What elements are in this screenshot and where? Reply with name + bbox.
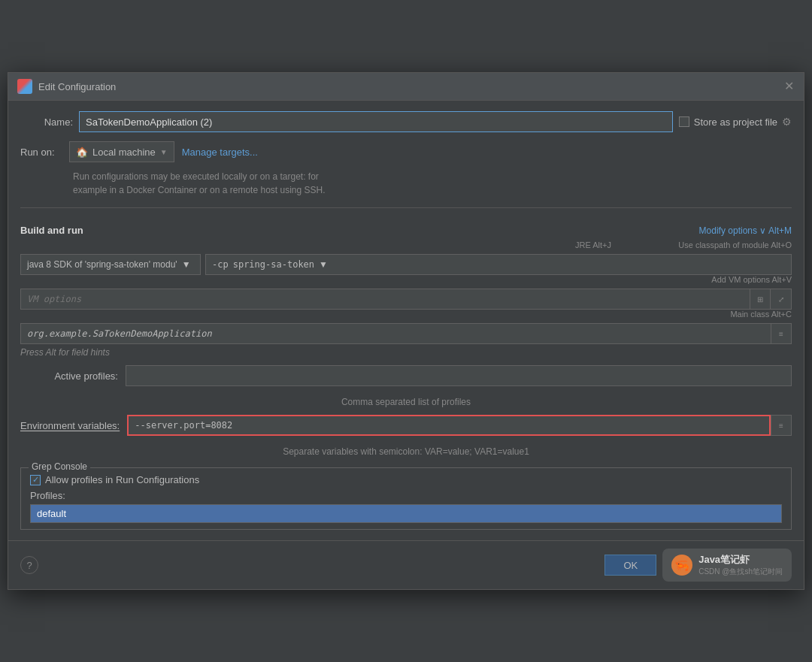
active-profiles-input[interactable] <box>126 365 792 386</box>
vm-options-row: ⊞ ⤢ <box>20 289 792 310</box>
main-class-input[interactable] <box>20 323 771 344</box>
watermark-area: Java笔记虾 CSDN @鱼找sh笔记时间 <box>698 553 783 577</box>
main-class-hint: Main class Alt+C <box>730 310 792 319</box>
footer-right: OK 🦐 Java笔记虾 CSDN @鱼找sh笔记时间 <box>604 549 792 582</box>
profiles-label: Profiles: <box>30 490 782 501</box>
env-var-input[interactable] <box>127 415 771 436</box>
app-icon <box>17 79 32 94</box>
default-profile-item[interactable]: default <box>31 505 781 522</box>
dialog-body: Name: Store as project file ⚙ Run on: 🏠 … <box>8 101 804 540</box>
watermark-text: Java笔记虾 <box>698 553 783 567</box>
vm-options-input[interactable] <box>20 289 750 310</box>
hints-row-1: JRE Alt+J Use classpath of module Alt+O <box>20 240 792 254</box>
sdk-arrow-icon: ▼ <box>182 259 191 270</box>
watermark-icon: 🦐 <box>671 555 692 576</box>
grep-console-section: Grep Console ✓ Allow profiles in Run Con… <box>20 467 792 530</box>
vm-hint: Add VM options Alt+V <box>711 275 792 284</box>
gear-icon[interactable]: ⚙ <box>782 116 792 128</box>
section-title: Build and run <box>20 225 83 236</box>
store-label: Store as project file <box>694 116 777 128</box>
name-input[interactable] <box>79 111 673 132</box>
cp-flag: -cp <box>212 259 229 270</box>
classpath-dropdown[interactable]: -cp spring-sa-token ▼ <box>205 254 792 275</box>
home-icon: 🏠 <box>76 147 88 158</box>
hints-row-2: Add VM options Alt+V <box>20 275 792 289</box>
help-label: ? <box>26 560 32 571</box>
sdk-dropdown[interactable]: java 8 SDK of 'spring-sa-token' modu' ▼ <box>20 254 201 275</box>
fullscreen-icon: ⤢ <box>778 295 784 304</box>
vm-options-fullscreen-btn[interactable]: ⤢ <box>771 289 792 310</box>
classpath-arrow-icon: ▼ <box>319 259 328 270</box>
watermark-sub: CSDN @鱼找sh笔记时间 <box>698 567 783 577</box>
environment-variables-row: Environment variables: ≡ <box>20 415 792 436</box>
expand-icon: ⊞ <box>757 295 763 304</box>
allow-profiles-row: ✓ Allow profiles in Run Configurations <box>30 474 782 485</box>
manage-targets-link[interactable]: Manage targets... <box>182 147 258 158</box>
info-line1: Run configurations may be executed local… <box>73 170 792 183</box>
browse-icon: ≡ <box>779 330 783 338</box>
store-area: Store as project file ⚙ <box>679 116 792 128</box>
edit-configuration-dialog: Edit Configuration ✕ Name: Store as proj… <box>8 72 804 590</box>
run-on-dropdown[interactable]: 🏠 Local machine ▼ <box>69 141 174 162</box>
sdk-label: java 8 SDK of 'spring-sa-token' modu' <box>27 259 177 270</box>
section-header: Build and run Modify options ∨ Alt+M <box>20 225 792 236</box>
local-machine-text: Local machine <box>92 147 156 158</box>
ok-button[interactable]: OK <box>604 555 656 576</box>
hints-row-3: Main class Alt+C <box>20 310 792 323</box>
help-button[interactable]: ? <box>20 556 38 574</box>
vm-options-expand-btn[interactable]: ⊞ <box>750 289 771 310</box>
sdk-classpath-row: java 8 SDK of 'spring-sa-token' modu' ▼ … <box>20 254 792 275</box>
dropdown-arrow-icon: ▼ <box>160 148 168 156</box>
classpath-value: spring-sa-token <box>233 259 314 270</box>
vm-options-field-wrapper: ⊞ ⤢ <box>20 289 792 310</box>
dialog-title: Edit Configuration <box>38 81 777 92</box>
env-var-label: Environment variables: <box>20 420 120 431</box>
name-row: Name: Store as project file ⚙ <box>20 111 792 132</box>
env-var-hint: Separate variables with semicolon: VAR=v… <box>20 446 792 457</box>
env-browse-icon: ≡ <box>779 422 783 430</box>
jre-hint: JRE Alt+J <box>575 240 611 249</box>
profiles-hint: Comma separated list of profiles <box>20 397 792 407</box>
watermark: 🦐 Java笔记虾 CSDN @鱼找sh笔记时间 <box>662 549 792 582</box>
main-class-row: ≡ <box>20 323 792 344</box>
use-classpath-hint: Use classpath of module Alt+O <box>678 240 792 249</box>
info-line2: example in a Docker Container or on a re… <box>73 183 792 197</box>
modify-options-link[interactable]: Modify options ∨ Alt+M <box>699 225 792 236</box>
main-class-browse-btn[interactable]: ≡ <box>771 323 792 344</box>
close-button[interactable]: ✕ <box>783 80 795 92</box>
name-label: Name: <box>20 116 73 128</box>
grep-console-label: Grep Console <box>29 461 90 472</box>
store-checkbox[interactable] <box>679 116 689 127</box>
divider <box>20 207 792 208</box>
run-on-label: Run on: <box>20 147 62 158</box>
active-profiles-row: Active profiles: <box>20 365 792 386</box>
main-class-field-wrapper: ≡ <box>20 323 792 344</box>
build-and-run-section: Build and run Modify options ∨ Alt+M JRE… <box>20 225 792 358</box>
title-bar: Edit Configuration ✕ <box>8 73 804 101</box>
info-text: Run configurations may be executed local… <box>73 170 792 197</box>
alt-hint-text: Press Alt for field hints <box>20 347 792 358</box>
allow-profiles-label: Allow profiles in Run Configurations <box>45 474 199 485</box>
active-profiles-label: Active profiles: <box>20 370 118 382</box>
run-on-row: Run on: 🏠 Local machine ▼ Manage targets… <box>20 141 792 162</box>
env-var-browse-btn[interactable]: ≡ <box>771 415 792 436</box>
dialog-footer: ? OK 🦐 Java笔记虾 CSDN @鱼找sh笔记时间 <box>8 540 804 589</box>
env-var-field-wrapper: ≡ <box>127 415 792 436</box>
allow-profiles-checkbox[interactable]: ✓ <box>30 475 41 485</box>
profiles-list: default <box>30 504 782 523</box>
